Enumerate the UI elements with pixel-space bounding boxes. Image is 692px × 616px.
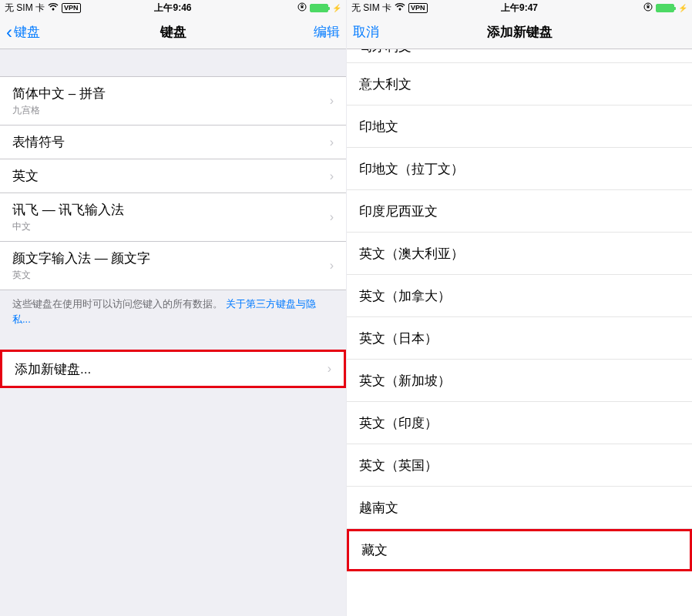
battery-icon	[656, 4, 674, 12]
rotation-lock-icon	[643, 2, 653, 14]
svg-rect-1	[301, 6, 304, 8]
section-spacer	[0, 49, 346, 76]
language-label: 印度尼西亚文	[359, 203, 438, 220]
add-keyboard-row[interactable]: 添加新键盘... ›	[2, 352, 344, 386]
nav-bar: ‹ 键盘 键盘 编辑	[0, 15, 346, 49]
keyboard-row[interactable]: 英文 ›	[0, 159, 346, 193]
back-label: 键盘	[14, 23, 40, 41]
language-row[interactable]: 印度尼西亚文	[347, 190, 692, 233]
keyboards-section: 简体中文 – 拼音 九宫格 › 表情符号 › 英文 › 讯飞 — 讯飞输入法	[0, 76, 346, 290]
language-row-partial[interactable]: 匈牙利文	[347, 49, 692, 63]
cancel-button[interactable]: 取消	[353, 23, 379, 41]
svg-rect-3	[647, 6, 650, 8]
keyboard-row[interactable]: 颜文字输入法 — 颜文字 英文 ›	[0, 242, 346, 290]
language-row[interactable]: 藏文	[347, 529, 692, 571]
chevron-right-icon: ›	[328, 362, 331, 376]
language-label: 英文（英国）	[359, 457, 438, 474]
edit-button[interactable]: 编辑	[314, 23, 340, 41]
keyboard-title: 表情符号	[12, 133, 65, 151]
language-label: 藏文	[361, 541, 388, 559]
status-bar: 无 SIM 卡 VPN 上午9:47 ⚡	[347, 0, 692, 15]
keyboard-title: 英文	[12, 167, 39, 185]
keyboard-row[interactable]: 表情符号 ›	[0, 126, 346, 159]
language-label: 印地文（拉丁文）	[359, 160, 464, 178]
chevron-right-icon: ›	[330, 259, 334, 273]
chevron-left-icon: ‹	[6, 23, 12, 42]
nav-bar: 取消 添加新键盘	[347, 15, 692, 49]
add-keyboard-label: 添加新键盘...	[15, 360, 91, 378]
keyboard-title: 简体中文 – 拼音	[12, 85, 106, 102]
keyboard-subtitle: 九宫格	[12, 104, 106, 117]
chevron-right-icon: ›	[330, 210, 334, 224]
language-row[interactable]: 英文（澳大利亚）	[347, 233, 692, 275]
keyboard-subtitle: 英文	[12, 269, 150, 282]
battery-icon	[310, 4, 328, 12]
status-time: 上午9:46	[0, 2, 346, 15]
language-row[interactable]: 英文（日本）	[347, 317, 692, 360]
add-keyboard-section: 添加新键盘... ›	[0, 350, 346, 388]
charging-icon: ⚡	[678, 4, 687, 12]
language-row[interactable]: 印地文（拉丁文）	[347, 148, 692, 190]
language-row[interactable]: 英文（印度）	[347, 402, 692, 444]
chevron-right-icon: ›	[330, 136, 334, 149]
status-bar: 无 SIM 卡 VPN 上午9:46 ⚡	[0, 0, 346, 15]
rotation-lock-icon	[297, 2, 307, 14]
language-label: 英文（加拿大）	[359, 287, 451, 305]
language-label: 匈牙利文	[359, 49, 412, 55]
language-label: 意大利文	[359, 75, 412, 93]
language-row[interactable]: 英文（英国）	[347, 444, 692, 487]
language-row[interactable]: 印地文	[347, 105, 692, 148]
keyboard-subtitle: 中文	[12, 220, 124, 233]
footer-text: 这些键盘在使用时可以访问您键入的所有数据。	[12, 298, 223, 310]
page-title: 添加新键盘	[347, 23, 692, 41]
language-label: 英文（新加坡）	[359, 372, 451, 390]
page-title: 键盘	[0, 23, 346, 41]
right-content[interactable]: 匈牙利文 意大利文印地文印地文（拉丁文）印度尼西亚文英文（澳大利亚）英文（加拿大…	[347, 49, 692, 616]
cancel-label: 取消	[353, 23, 379, 41]
chevron-right-icon: ›	[330, 94, 334, 108]
language-label: 英文（澳大利亚）	[359, 245, 464, 263]
status-time: 上午9:47	[347, 2, 692, 15]
section-footer: 这些键盘在使用时可以访问您键入的所有数据。 关于第三方键盘与隐私...	[0, 290, 346, 333]
keyboard-title: 颜文字输入法 — 颜文字	[12, 249, 150, 267]
language-label: 英文（日本）	[359, 330, 438, 347]
back-button[interactable]: ‹ 键盘	[6, 23, 40, 42]
language-row[interactable]: 意大利文	[347, 63, 692, 105]
left-content: 简体中文 – 拼音 九宫格 › 表情符号 › 英文 › 讯飞 — 讯飞输入法	[0, 49, 346, 616]
keyboard-row[interactable]: 简体中文 – 拼音 九宫格 ›	[0, 77, 346, 126]
edit-label: 编辑	[314, 23, 340, 41]
keyboard-row[interactable]: 讯飞 — 讯飞输入法 中文 ›	[0, 193, 346, 242]
right-screen: 无 SIM 卡 VPN 上午9:47 ⚡ 取消 添加新键盘 匈牙利文 意大利文印…	[346, 0, 692, 616]
section-spacer	[0, 333, 346, 350]
charging-icon: ⚡	[332, 4, 341, 12]
language-label: 印地文	[359, 118, 398, 136]
language-row[interactable]: 英文（加拿大）	[347, 275, 692, 317]
left-screen: 无 SIM 卡 VPN 上午9:46 ⚡ ‹ 键盘 键盘 编辑	[0, 0, 346, 616]
keyboard-title: 讯飞 — 讯飞输入法	[12, 201, 124, 219]
chevron-right-icon: ›	[330, 169, 334, 183]
language-row[interactable]: 越南文	[347, 487, 692, 529]
language-label: 英文（印度）	[359, 414, 438, 432]
language-row[interactable]: 英文（新加坡）	[347, 360, 692, 402]
language-label: 越南文	[359, 499, 398, 517]
